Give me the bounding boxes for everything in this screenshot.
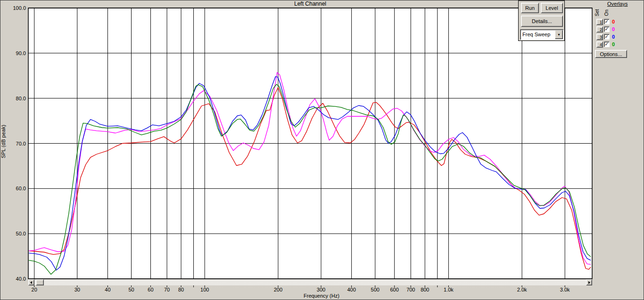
spl-frequency-chart <box>0 0 644 300</box>
y-tick-label: 70.0 <box>6 141 26 146</box>
overlay-set-button-4[interactable]: 4 <box>596 41 603 48</box>
x-tick-label: 300 <box>311 287 331 292</box>
overlay-on-checkbox-1[interactable]: ✓ <box>604 19 610 24</box>
options-button[interactable]: Options... <box>595 50 627 58</box>
scrollbar-thumb[interactable] <box>36 279 44 285</box>
x-tick-label: 500 <box>365 287 386 292</box>
overlay-set-button-2[interactable]: 2 <box>596 26 603 32</box>
chevron-down-icon[interactable]: ▼ <box>555 30 563 39</box>
x-tick-label: 30 <box>67 287 88 292</box>
y-tick-label: 80.0 <box>6 96 26 101</box>
scroll-left-button[interactable] <box>28 279 34 285</box>
overlay-set-button-3[interactable]: 3 <box>596 34 603 40</box>
overlay-on-checkbox-4[interactable]: ✓ <box>604 41 610 47</box>
overlays-col-set: Set <box>594 6 600 20</box>
overlay-on-checkbox-2[interactable]: ✓ <box>604 26 610 32</box>
frequency-scrollbar[interactable] <box>28 279 592 285</box>
x-tick-label: 80 <box>171 287 191 292</box>
x-tick-label: 40 <box>97 287 118 292</box>
y-axis-label: SPL (dB peak) <box>0 112 7 171</box>
x-tick-label: 20 <box>24 287 45 292</box>
details-button[interactable]: Details... <box>521 16 563 27</box>
run-button[interactable]: Run <box>521 3 539 13</box>
y-tick-label: 100.0 <box>6 5 26 11</box>
x-tick-label: 400 <box>341 287 362 292</box>
overlay-value-4: 0 <box>612 41 615 47</box>
sweep-mode-dropdown[interactable]: Freq Sweep ▼ <box>520 29 564 40</box>
y-tick-label: 40.0 <box>6 276 26 282</box>
y-tick-label: 50.0 <box>6 231 26 236</box>
overlay-set-button-1[interactable]: 1 <box>596 19 603 25</box>
overlays-title: Overlays <box>607 1 638 7</box>
overlays-col-on: On <box>604 6 610 20</box>
x-tick-label: 2.0k <box>512 287 532 292</box>
scrollbar-track[interactable] <box>28 279 592 285</box>
overlay-value-3: 0 <box>612 34 615 40</box>
x-tick-label: 1.0k <box>438 287 459 292</box>
y-tick-label: 60.0 <box>6 186 26 191</box>
measurement-panel: Run Level Details... Freq Sweep ▼ <box>518 0 565 41</box>
x-tick-label: 800 <box>414 287 435 292</box>
x-tick-label: 200 <box>268 287 289 292</box>
arrow-right-icon <box>588 281 590 284</box>
y-tick-label: 90.0 <box>6 50 26 56</box>
scroll-right-button[interactable] <box>586 279 592 285</box>
sweep-mode-value: Freq Sweep <box>522 32 550 37</box>
overlay-value-2: 0 <box>612 26 615 32</box>
overlay-on-checkbox-3[interactable]: ✓ <box>604 34 610 40</box>
x-tick-label: 100 <box>194 287 215 292</box>
level-button[interactable]: Level <box>541 3 563 13</box>
x-axis-label: Frequency (Hz) <box>274 293 369 299</box>
overlay-value-1: 0 <box>612 19 615 24</box>
arrow-left-icon <box>30 281 32 284</box>
x-tick-label: 3.0k <box>554 287 575 292</box>
x-tick-label: 50 <box>121 287 142 292</box>
chart-title: Left Channel <box>28 0 592 8</box>
